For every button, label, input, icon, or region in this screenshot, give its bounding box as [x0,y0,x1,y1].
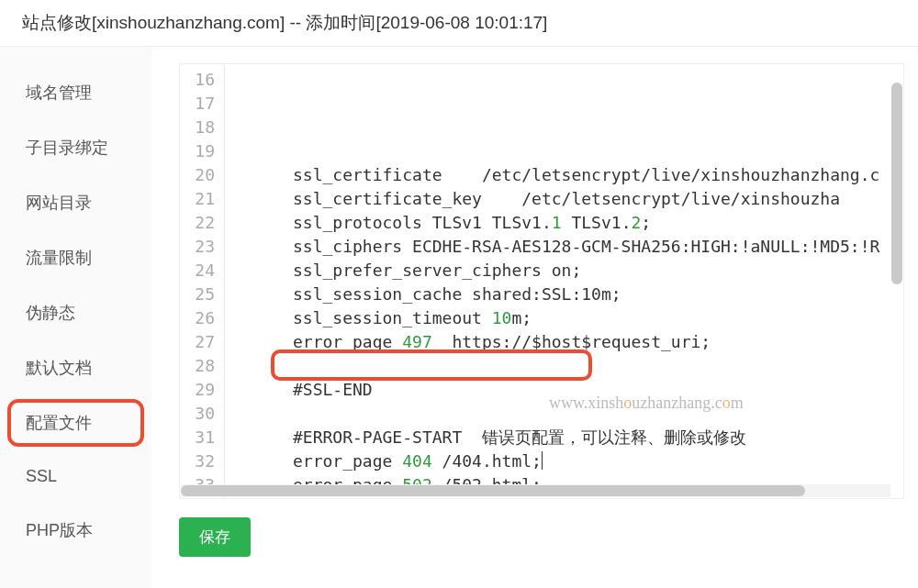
code-line[interactable]: ssl_prefer_server_ciphers on; [241,259,879,283]
sidebar-item-php-version[interactable]: PHP版本 [0,503,151,558]
line-number: 30 [185,402,215,426]
code-line[interactable]: ssl_session_cache shared:SSL:10m; [241,283,879,306]
line-number: 29 [185,378,215,402]
code-line[interactable]: #SSL-END [241,378,879,402]
code-area[interactable]: 161718192021222324252627282930313233 www… [180,64,903,498]
line-number: 17 [185,92,215,116]
sidebar-item-default-doc[interactable]: 默认文档 [0,340,151,395]
line-number: 20 [185,163,215,187]
line-number: 25 [185,283,215,306]
sidebar: 域名管理 子目录绑定 网站目录 流量限制 伪静态 默认文档 配置文件 SSL P… [0,47,151,588]
save-button[interactable]: 保存 [179,517,251,557]
line-number: 18 [185,116,215,139]
line-number: 26 [185,306,215,330]
config-editor[interactable]: 161718192021222324252627282930313233 www… [179,63,904,499]
code-line[interactable]: error_page 497 https://$host$request_uri… [241,330,879,354]
sidebar-item-subdir[interactable]: 子目录绑定 [0,120,151,175]
sidebar-item-traffic[interactable]: 流量限制 [0,230,151,285]
vertical-scrollbar[interactable] [891,83,902,284]
sidebar-item-config-file[interactable]: 配置文件 [0,395,151,450]
line-number: 24 [185,259,215,283]
line-number: 22 [185,211,215,235]
sidebar-item-ssl[interactable]: SSL [0,450,151,503]
horizontal-scrollbar-thumb[interactable] [181,485,805,496]
content-pane: 161718192021222324252627282930313233 www… [151,47,918,588]
line-number: 16 [185,68,215,92]
code-line[interactable]: ssl_protocols TLSv1 TLSv1.1 TLSv1.2; [241,211,879,235]
window-title: 站点修改[xinshouzhanzhang.com] -- 添加时间[2019-… [0,0,918,47]
line-number: 31 [185,426,215,449]
line-number: 19 [185,139,215,163]
line-number: 27 [185,330,215,354]
code-line[interactable] [241,354,879,378]
line-number: 21 [185,187,215,211]
line-number: 23 [185,235,215,259]
main-layout: 域名管理 子目录绑定 网站目录 流量限制 伪静态 默认文档 配置文件 SSL P… [0,47,918,588]
editor-scroll[interactable]: 161718192021222324252627282930313233 www… [180,64,903,498]
sidebar-item-rewrite[interactable]: 伪静态 [0,285,151,340]
code-line[interactable]: #ERROR-PAGE-START 错误页配置，可以注释、删除或修改 [241,426,879,449]
sidebar-item-webroot[interactable]: 网站目录 [0,175,151,230]
code-line[interactable]: ssl_certificate_key /etc/letsencrypt/liv… [241,187,879,211]
sidebar-item-domain[interactable]: 域名管理 [0,65,151,120]
line-number: 32 [185,449,215,473]
horizontal-scrollbar-track[interactable] [181,484,890,497]
line-gutter: 161718192021222324252627282930313233 [180,64,225,498]
code-lines[interactable]: www.xinshouzhanzhang.com ssl_certificate… [225,64,879,498]
line-number: 28 [185,354,215,378]
code-line[interactable]: #ERROR-PAGE-END [241,497,879,498]
code-line[interactable] [241,402,879,426]
code-line[interactable]: ssl_certificate /etc/letsencrypt/live/xi… [241,163,879,187]
code-line[interactable]: ssl_session_timeout 10m; [241,306,879,330]
code-line[interactable]: ssl_ciphers ECDHE-RSA-AES128-GCM-SHA256:… [241,235,879,259]
code-line[interactable]: error_page 404 /404.html; [241,449,879,473]
text-cursor [542,451,543,470]
